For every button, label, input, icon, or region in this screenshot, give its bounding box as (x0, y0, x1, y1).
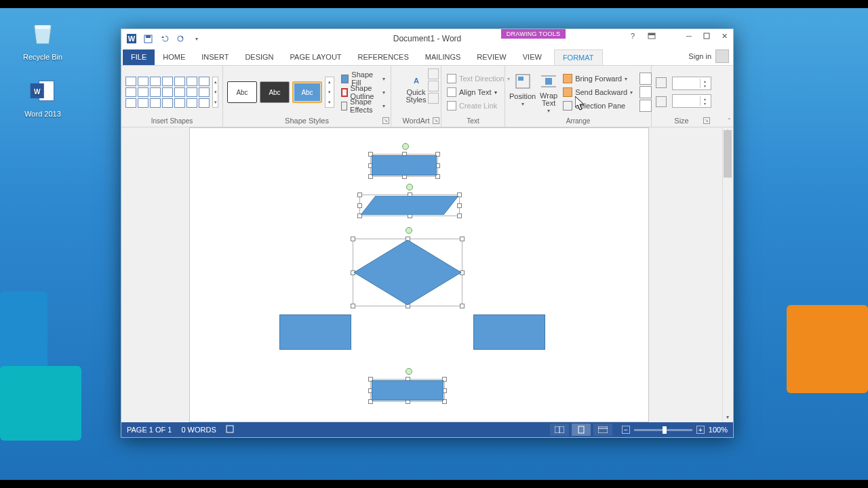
zoom-slider-thumb[interactable] (663, 426, 667, 434)
help-button[interactable]: ? (626, 29, 639, 43)
shapes-gallery[interactable] (125, 77, 210, 108)
shape-style-preset-1[interactable]: Abc (227, 81, 257, 103)
rotate-handle[interactable] (406, 227, 412, 234)
bucket-icon (341, 75, 349, 83)
shape-styles-more[interactable]: ▴▾▾ (325, 77, 334, 108)
zoom-in-button[interactable]: + (696, 426, 705, 434)
shape-fill-button[interactable]: Shape Fill▾ (340, 73, 387, 85)
document-area[interactable]: ▴ ▾ (121, 127, 733, 422)
width-icon (656, 96, 667, 107)
align-text-button[interactable]: Align Text▾ (446, 86, 511, 98)
save-button[interactable] (140, 31, 155, 46)
minimize-button[interactable]: ─ (680, 29, 698, 43)
flowchart-rectangle-shape[interactable] (279, 314, 351, 350)
svg-rect-14 (545, 78, 552, 85)
redo-button[interactable] (173, 31, 188, 46)
flowchart-rectangle-shape[interactable] (372, 380, 443, 401)
shape-width-input[interactable]: ▴▾ (672, 94, 711, 108)
link-icon (447, 101, 456, 110)
page-canvas[interactable] (189, 127, 649, 422)
shape-style-preset-2[interactable]: Abc (260, 81, 290, 103)
tab-design[interactable]: DESIGN (237, 49, 281, 65)
scrollbar-thumb[interactable] (724, 130, 732, 178)
group-label-arrange: Arrange (509, 116, 647, 127)
ribbon-display-options[interactable] (645, 29, 658, 43)
align-button[interactable] (639, 73, 652, 85)
tab-file[interactable]: FILE (123, 49, 155, 65)
wrap-text-button[interactable]: Wrap Text▾ (538, 70, 559, 115)
print-layout-button[interactable] (572, 424, 591, 436)
dialog-launcher-icon[interactable]: ↘ (433, 117, 439, 124)
flowchart-rectangle-shape[interactable] (473, 314, 545, 350)
tab-page-layout[interactable]: PAGE LAYOUT (282, 49, 350, 65)
flowchart-decision-shape[interactable] (354, 240, 461, 305)
word-window: W ▾ Document1 - Word DRAWING TOOLS ? ─ ✕… (121, 28, 734, 438)
send-backward-button[interactable]: Send Backward▾ (561, 86, 634, 98)
shape-height-input[interactable]: ▴▾ (672, 77, 711, 90)
web-layout-button[interactable] (593, 424, 612, 436)
flowchart-rectangle-shape[interactable] (372, 155, 437, 176)
undo-button[interactable] (157, 31, 172, 46)
group-label-insert-shapes: Insert Shapes (125, 116, 218, 127)
svg-text:A: A (414, 77, 419, 85)
pen-icon (341, 88, 348, 97)
sign-in-link[interactable]: Sign in (688, 52, 711, 60)
group-label-wordart: WordArt St…↘ (395, 116, 437, 127)
flowchart-parallelogram-shape[interactable] (361, 196, 458, 215)
selection-pane-button[interactable]: Selection Pane (561, 100, 634, 112)
quick-styles-button[interactable]: A Quick Styles (404, 68, 429, 101)
text-effects-button[interactable] (428, 93, 439, 104)
shape-effects-button[interactable]: Shape Effects▾ (340, 100, 387, 112)
qat-customize[interactable]: ▾ (189, 31, 204, 46)
tab-mailings[interactable]: MAILINGS (417, 49, 469, 65)
zoom-level[interactable]: 100% (709, 426, 728, 434)
tab-review[interactable]: REVIEW (469, 49, 514, 65)
text-direction-button: Text Direction▾ (446, 73, 511, 85)
dialog-launcher-icon[interactable]: ↘ (703, 117, 710, 124)
rotate-button[interactable] (639, 100, 652, 112)
app-icon[interactable]: W (124, 31, 139, 46)
close-button[interactable]: ✕ (715, 29, 733, 43)
tab-format[interactable]: FORMAT (554, 49, 603, 65)
tab-home[interactable]: HOME (155, 49, 193, 65)
svg-marker-17 (361, 196, 458, 215)
avatar[interactable] (715, 49, 729, 63)
collapse-ribbon-button[interactable]: ˆ (728, 118, 730, 125)
group-button[interactable] (639, 86, 652, 98)
recycle-bin-desktop-icon[interactable]: Recycle Bin (12, 19, 73, 61)
proofing-icon[interactable] (226, 424, 235, 435)
shapes-gallery-more[interactable]: ▴▾▾ (212, 77, 218, 108)
position-button[interactable]: Position▾ (509, 70, 536, 115)
tab-insert[interactable]: INSERT (193, 49, 237, 65)
vertical-scrollbar[interactable]: ▴ ▾ (722, 127, 733, 422)
ribbon-tabs: FILE HOME INSERT DESIGN PAGE LAYOUT REFE… (121, 48, 733, 65)
shape-style-preset-3[interactable]: Abc (292, 81, 322, 103)
word-count[interactable]: 0 WORDS (181, 426, 216, 434)
rotate-handle[interactable] (402, 143, 409, 150)
svg-rect-10 (704, 33, 709, 39)
zoom-slider[interactable] (634, 429, 692, 431)
send-backward-icon (563, 87, 572, 97)
height-icon (656, 77, 667, 88)
tab-references[interactable]: REFERENCES (350, 49, 417, 65)
word-label: Word 2013 (24, 110, 61, 118)
dialog-launcher-icon[interactable]: ↘ (382, 117, 389, 124)
recycle-bin-icon (28, 19, 58, 49)
group-label-size: Size↘ (656, 116, 707, 127)
page-indicator[interactable]: PAGE 1 OF 1 (127, 426, 172, 434)
rotate-handle[interactable] (406, 184, 413, 190)
svg-marker-18 (354, 240, 461, 305)
bring-forward-button[interactable]: Bring Forward▾ (561, 73, 634, 85)
tab-view[interactable]: VIEW (515, 49, 550, 65)
create-link-button: Create Link (446, 100, 511, 112)
word-2013-desktop-icon[interactable]: W Word 2013 (12, 76, 73, 118)
maximize-button[interactable] (698, 29, 715, 43)
zoom-out-button[interactable]: − (622, 426, 630, 434)
scroll-down-icon[interactable]: ▾ (724, 414, 732, 422)
text-fill-button[interactable] (428, 68, 439, 79)
read-mode-button[interactable] (550, 424, 569, 436)
svg-text:W: W (34, 88, 41, 96)
rotate-handle[interactable] (406, 368, 412, 375)
text-outline-button[interactable] (428, 81, 439, 92)
shape-outline-button[interactable]: Shape Outline▾ (340, 86, 387, 98)
